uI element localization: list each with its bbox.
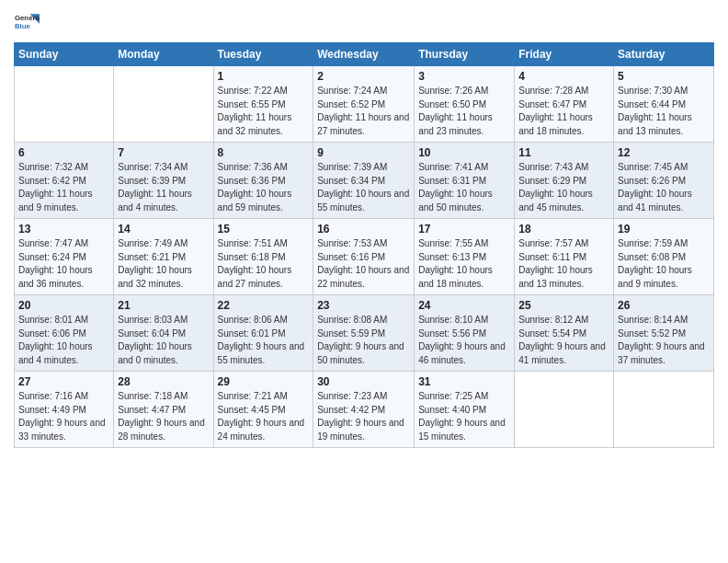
column-header-tuesday: Tuesday xyxy=(213,43,313,66)
day-cell: 2Sunrise: 7:24 AMSunset: 6:52 PMDaylight… xyxy=(313,66,415,143)
day-detail: Sunrise: 7:25 AMSunset: 4:40 PMDaylight:… xyxy=(418,390,510,443)
day-detail: Sunrise: 7:49 AMSunset: 6:21 PMDaylight:… xyxy=(118,237,209,291)
day-cell: 22Sunrise: 8:06 AMSunset: 6:01 PMDayligh… xyxy=(213,295,313,372)
header: General Blue xyxy=(14,9,714,35)
day-number: 23 xyxy=(317,299,410,312)
day-number: 19 xyxy=(618,223,710,236)
week-row-5: 27Sunrise: 7:16 AMSunset: 4:49 PMDayligh… xyxy=(15,372,714,448)
day-cell: 4Sunrise: 7:28 AMSunset: 6:47 PMDaylight… xyxy=(515,66,614,143)
day-cell: 5Sunrise: 7:30 AMSunset: 6:44 PMDaylight… xyxy=(614,66,714,143)
week-row-1: 1Sunrise: 7:22 AMSunset: 6:55 PMDaylight… xyxy=(15,66,714,143)
day-cell xyxy=(614,372,714,448)
day-number: 21 xyxy=(118,299,209,312)
day-detail: Sunrise: 7:36 AMSunset: 6:36 PMDaylight:… xyxy=(218,161,310,214)
day-number: 15 xyxy=(218,223,310,236)
day-detail: Sunrise: 7:43 AMSunset: 6:29 PMDaylight:… xyxy=(518,161,609,214)
day-detail: Sunrise: 7:24 AMSunset: 6:52 PMDaylight:… xyxy=(317,85,410,138)
day-number: 10 xyxy=(418,146,510,159)
day-detail: Sunrise: 7:39 AMSunset: 6:34 PMDaylight:… xyxy=(317,161,410,214)
day-cell: 10Sunrise: 7:41 AMSunset: 6:31 PMDayligh… xyxy=(415,143,515,219)
day-number: 30 xyxy=(317,375,410,388)
header-row: SundayMondayTuesdayWednesdayThursdayFrid… xyxy=(15,43,714,66)
week-row-2: 6Sunrise: 7:32 AMSunset: 6:42 PMDaylight… xyxy=(15,143,714,219)
svg-text:General: General xyxy=(15,14,40,22)
day-cell: 9Sunrise: 7:39 AMSunset: 6:34 PMDaylight… xyxy=(313,143,415,219)
day-number: 2 xyxy=(317,70,410,83)
day-cell: 24Sunrise: 8:10 AMSunset: 5:56 PMDayligh… xyxy=(415,295,515,372)
day-detail: Sunrise: 8:08 AMSunset: 5:59 PMDaylight:… xyxy=(317,314,410,367)
day-number: 11 xyxy=(518,146,609,159)
day-cell xyxy=(15,66,114,143)
column-header-friday: Friday xyxy=(515,43,614,66)
day-detail: Sunrise: 7:41 AMSunset: 6:31 PMDaylight:… xyxy=(418,161,510,214)
day-number: 1 xyxy=(218,70,310,83)
day-cell: 26Sunrise: 8:14 AMSunset: 5:52 PMDayligh… xyxy=(614,295,714,372)
day-detail: Sunrise: 7:55 AMSunset: 6:13 PMDaylight:… xyxy=(418,237,510,291)
column-header-sunday: Sunday xyxy=(15,43,114,66)
day-detail: Sunrise: 7:23 AMSunset: 4:42 PMDaylight:… xyxy=(317,390,410,443)
day-cell: 30Sunrise: 7:23 AMSunset: 4:42 PMDayligh… xyxy=(313,372,415,448)
day-number: 26 xyxy=(618,299,710,312)
day-detail: Sunrise: 7:51 AMSunset: 6:18 PMDaylight:… xyxy=(218,237,310,291)
day-detail: Sunrise: 7:30 AMSunset: 6:44 PMDaylight:… xyxy=(618,85,710,138)
day-cell: 15Sunrise: 7:51 AMSunset: 6:18 PMDayligh… xyxy=(213,219,313,295)
day-number: 3 xyxy=(418,70,510,83)
day-cell xyxy=(515,372,614,448)
day-number: 6 xyxy=(18,146,109,159)
day-cell: 18Sunrise: 7:57 AMSunset: 6:11 PMDayligh… xyxy=(515,219,614,295)
day-number: 4 xyxy=(518,70,609,83)
day-cell: 12Sunrise: 7:45 AMSunset: 6:26 PMDayligh… xyxy=(614,143,714,219)
day-number: 18 xyxy=(518,223,609,236)
day-cell: 3Sunrise: 7:26 AMSunset: 6:50 PMDaylight… xyxy=(415,66,515,143)
day-detail: Sunrise: 7:16 AMSunset: 4:49 PMDaylight:… xyxy=(18,390,109,443)
day-cell: 8Sunrise: 7:36 AMSunset: 6:36 PMDaylight… xyxy=(213,143,313,219)
day-cell: 6Sunrise: 7:32 AMSunset: 6:42 PMDaylight… xyxy=(15,143,114,219)
day-detail: Sunrise: 7:57 AMSunset: 6:11 PMDaylight:… xyxy=(518,237,609,291)
column-header-wednesday: Wednesday xyxy=(313,43,415,66)
day-detail: Sunrise: 7:59 AMSunset: 6:08 PMDaylight:… xyxy=(618,237,710,291)
day-cell: 20Sunrise: 8:01 AMSunset: 6:06 PMDayligh… xyxy=(15,295,114,372)
day-number: 24 xyxy=(418,299,510,312)
day-number: 17 xyxy=(418,223,510,236)
logo-icon: General Blue xyxy=(14,9,40,35)
day-cell: 31Sunrise: 7:25 AMSunset: 4:40 PMDayligh… xyxy=(415,372,515,448)
calendar-table: SundayMondayTuesdayWednesdayThursdayFrid… xyxy=(14,42,714,448)
day-number: 29 xyxy=(218,375,310,388)
day-number: 28 xyxy=(118,375,209,388)
day-detail: Sunrise: 7:21 AMSunset: 4:45 PMDaylight:… xyxy=(218,390,310,443)
day-number: 16 xyxy=(317,223,410,236)
day-detail: Sunrise: 8:03 AMSunset: 6:04 PMDaylight:… xyxy=(118,314,209,367)
day-number: 12 xyxy=(618,146,710,159)
day-detail: Sunrise: 7:26 AMSunset: 6:50 PMDaylight:… xyxy=(418,85,510,138)
day-cell: 7Sunrise: 7:34 AMSunset: 6:39 PMDaylight… xyxy=(114,143,213,219)
day-cell: 17Sunrise: 7:55 AMSunset: 6:13 PMDayligh… xyxy=(415,219,515,295)
day-detail: Sunrise: 8:10 AMSunset: 5:56 PMDaylight:… xyxy=(418,314,510,367)
day-number: 25 xyxy=(518,299,609,312)
day-detail: Sunrise: 8:01 AMSunset: 6:06 PMDaylight:… xyxy=(18,314,109,367)
day-number: 5 xyxy=(618,70,710,83)
day-number: 14 xyxy=(118,223,209,236)
day-number: 7 xyxy=(118,146,209,159)
svg-text:Blue: Blue xyxy=(15,22,31,30)
day-number: 27 xyxy=(18,375,109,388)
day-cell: 23Sunrise: 8:08 AMSunset: 5:59 PMDayligh… xyxy=(313,295,415,372)
calendar-page: General Blue SundayMondayTuesdayWednesda… xyxy=(0,0,728,563)
week-row-3: 13Sunrise: 7:47 AMSunset: 6:24 PMDayligh… xyxy=(15,219,714,295)
day-cell: 16Sunrise: 7:53 AMSunset: 6:16 PMDayligh… xyxy=(313,219,415,295)
day-cell: 13Sunrise: 7:47 AMSunset: 6:24 PMDayligh… xyxy=(15,219,114,295)
day-detail: Sunrise: 8:14 AMSunset: 5:52 PMDaylight:… xyxy=(618,314,710,367)
day-detail: Sunrise: 7:32 AMSunset: 6:42 PMDaylight:… xyxy=(18,161,109,214)
day-number: 9 xyxy=(317,146,410,159)
day-detail: Sunrise: 8:06 AMSunset: 6:01 PMDaylight:… xyxy=(218,314,310,367)
day-detail: Sunrise: 7:47 AMSunset: 6:24 PMDaylight:… xyxy=(18,237,109,291)
day-detail: Sunrise: 7:45 AMSunset: 6:26 PMDaylight:… xyxy=(618,161,710,214)
day-number: 13 xyxy=(18,223,109,236)
day-cell xyxy=(114,66,213,143)
day-cell: 29Sunrise: 7:21 AMSunset: 4:45 PMDayligh… xyxy=(213,372,313,448)
day-cell: 21Sunrise: 8:03 AMSunset: 6:04 PMDayligh… xyxy=(114,295,213,372)
week-row-4: 20Sunrise: 8:01 AMSunset: 6:06 PMDayligh… xyxy=(15,295,714,372)
day-cell: 25Sunrise: 8:12 AMSunset: 5:54 PMDayligh… xyxy=(515,295,614,372)
logo: General Blue xyxy=(14,9,40,35)
day-number: 31 xyxy=(418,375,510,388)
day-number: 8 xyxy=(218,146,310,159)
